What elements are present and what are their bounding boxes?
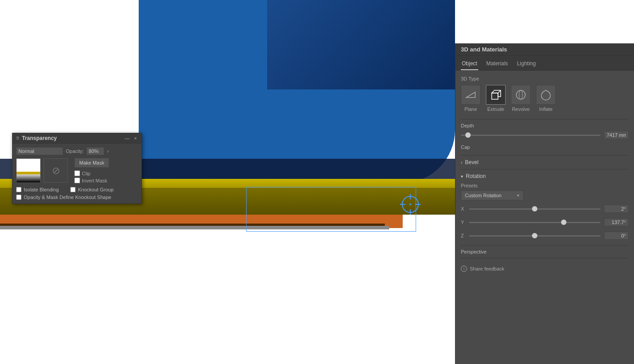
panel-3d-tabs: Object Materials Lighting [455,56,634,71]
x-axis-label: X [461,206,465,212]
bevel-arrow-icon: › [461,160,462,165]
divider-2 [461,155,629,156]
inflate-icon-box[interactable] [536,85,556,105]
depth-slider-track[interactable] [461,135,600,136]
x-rotation-track[interactable] [469,208,600,210]
y-axis-label: Y [461,220,465,225]
crosshair-icon [399,193,421,216]
svg-point-5 [409,203,411,205]
isolate-blending-option[interactable]: Isolate Blending Knockout Group [16,187,138,192]
depth-value-input[interactable]: 7417 mm [604,131,629,139]
revolve-label: Revolve [512,106,530,112]
plane-label: Plane [464,106,477,112]
type-inflate[interactable]: Inflate [536,85,556,112]
tab-materials[interactable]: Materials [485,59,509,70]
extrude-icon-box[interactable] [486,85,506,105]
z-rotation-input[interactable]: 0° [604,232,629,240]
blue-shape-top-right [267,0,455,89]
svg-point-11 [519,90,523,99]
panel-title: Transparency [22,135,57,141]
rotation-presets: Presets Custom Rotation Default Left Rig… [461,183,629,200]
depth-label: Depth [461,123,629,128]
knockout-group-checkbox[interactable] [70,187,76,192]
panel-3d: 3D and Materials Object Materials Lighti… [455,43,634,364]
presets-label: Presets [461,183,629,188]
panel-3d-header: 3D and Materials [455,43,634,56]
cap-row: Cap [461,144,629,150]
selection-box [246,187,416,232]
invert-mask-option[interactable]: Invert Mask [74,178,109,183]
x-rotation-input[interactable]: 2° [604,205,629,213]
thumb-stripe [17,172,40,174]
type-icons-row: Plane Extrude [461,85,629,112]
isolate-blending-checkbox[interactable] [16,187,21,192]
type-plane[interactable]: Plane [461,85,481,112]
z-rotation-row: Z 0° [461,232,629,240]
clip-checkbox[interactable] [74,170,80,176]
opacity-expand-icon[interactable]: › [107,148,109,154]
y-rotation-track[interactable] [469,222,600,223]
thumb-image [17,159,40,182]
svg-rect-7 [492,93,498,99]
blend-mode-select[interactable]: Normal [16,147,63,155]
rotation-arrow-icon: ▾ [461,174,463,179]
y-rotation-thumb[interactable] [561,220,566,225]
opacity-input[interactable]: 80% [86,147,104,155]
svg-line-9 [498,90,501,93]
tab-lighting[interactable]: Lighting [516,59,536,70]
cap-label: Cap [461,144,629,150]
info-icon: i [461,266,467,272]
mask-thumbnail[interactable]: ⊘ [43,158,68,183]
blend-opacity-row: Normal Opacity: 80% › [16,147,138,155]
divider-4 [461,245,629,245]
panel-titlebar: ⠿ Transparency — × [13,133,141,144]
panel-3d-body: 3D Type Plane Extrude [455,71,634,364]
preset-select-wrapper: Custom Rotation Default Left Right Top B… [461,190,523,200]
depth-slider-thumb[interactable] [465,132,471,138]
share-feedback-label: Share feedback [470,266,504,271]
type-revolve[interactable]: Revolve [511,85,531,112]
bevel-label: Bevel [465,159,478,165]
y-rotation-input[interactable]: 137.7° [604,218,629,226]
transparency-panel: ⠿ Transparency — × Normal Opacity: 80% ›… [12,133,142,204]
divider-1 [461,119,629,119]
panel-minimize-button[interactable]: — [124,135,131,141]
plane-icon-box[interactable] [461,85,481,105]
rotation-header[interactable]: ▾ Rotation [461,173,629,179]
thumbnails-row: ⊘ Make Mask Clip Invert Mask [16,158,138,183]
panel-grip-icon: ⠿ [16,136,19,141]
type-section-label: 3D Type [461,76,629,81]
y-rotation-row: Y 137.7° [461,218,629,226]
revolve-icon-box[interactable] [511,85,531,105]
rotation-label: Rotation [466,173,486,179]
svg-point-10 [516,90,525,99]
panel-body: Normal Opacity: 80% › ⊘ Make Mask Clip [13,144,141,203]
checkboxes-row: Isolate Blending Knockout Group Opacity … [16,187,138,200]
tab-object[interactable]: Object [461,59,478,70]
z-rotation-track[interactable] [469,235,600,237]
divider-3 [461,169,629,169]
opacity-label: Opacity: [66,148,84,154]
divider-5 [461,258,629,258]
x-rotation-row: X 2° [461,205,629,213]
z-rotation-thumb[interactable] [532,233,537,238]
svg-marker-6 [466,92,475,97]
opacity-mask-option[interactable]: Opacity & Mask Define Knockout Shape [16,195,138,200]
x-rotation-thumb[interactable] [532,206,537,212]
make-mask-button[interactable]: Make Mask [74,158,109,168]
mask-options: Clip Invert Mask [74,170,109,183]
type-extrude[interactable]: Extrude [486,85,506,112]
opacity-mask-checkbox[interactable] [16,195,21,200]
perspective-label: Perspective [461,249,629,254]
share-feedback-row[interactable]: i Share feedback [461,262,629,272]
clip-option[interactable]: Clip [74,170,109,176]
inflate-label: Inflate [539,106,553,112]
invert-mask-checkbox[interactable] [74,178,80,183]
panel-close-button[interactable]: × [133,135,138,141]
layer-thumbnail[interactable] [16,158,41,183]
no-mask-icon: ⊘ [52,165,60,177]
z-axis-label: Z [461,233,465,238]
bevel-header[interactable]: › Bevel [461,159,629,165]
rotation-preset-select[interactable]: Custom Rotation Default Left Right Top B… [461,190,523,200]
extrude-label: Extrude [487,106,504,112]
